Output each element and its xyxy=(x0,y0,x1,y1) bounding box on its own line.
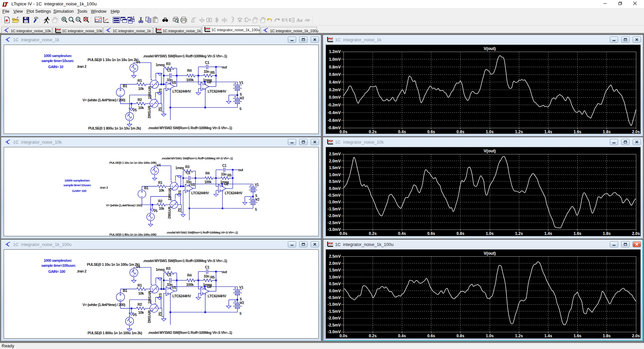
svg-text:V4: V4 xyxy=(157,163,161,167)
svg-text:MYSW1: MYSW1 xyxy=(148,86,152,99)
svg-text:Aa: Aa xyxy=(296,17,303,23)
svg-text:-2.5mV: -2.5mV xyxy=(328,323,341,328)
svg-text:5: 5 xyxy=(255,208,257,211)
svg-text:V= (white (1.4e6*time) / 200): V= (white (1.4e6*time) / 200) xyxy=(106,203,142,207)
svg-text:0.2s: 0.2s xyxy=(369,231,377,236)
svg-text:R1: R1 xyxy=(158,181,163,185)
svg-text:1meg: 1meg xyxy=(175,166,184,170)
svg-text:out: out xyxy=(238,168,244,172)
svg-text:LTC6244HV: LTC6244HV xyxy=(191,191,209,195)
svg-text:C2: C2 xyxy=(167,273,171,277)
svg-text:-0.4mV: -0.4mV xyxy=(328,110,341,115)
svg-text:B1: B1 xyxy=(123,84,127,88)
svg-text:1.6s: 1.6s xyxy=(574,231,582,236)
svg-text:10k: 10k xyxy=(159,207,164,210)
svg-text:R2: R2 xyxy=(158,199,163,203)
svg-text:out: out xyxy=(222,270,227,274)
svg-text:0.0mV: 0.0mV xyxy=(329,186,341,191)
svg-text:V5: V5 xyxy=(132,313,137,317)
svg-text:LTC6244HV: LTC6244HV xyxy=(172,294,191,298)
svg-text:1.0mV: 1.0mV xyxy=(329,172,341,177)
svg-text:1.2s: 1.2s xyxy=(515,130,523,134)
svg-text:S2: S2 xyxy=(177,208,181,212)
svg-text:PULSE(0 1 10u 1n 1n 10u 100u 2: PULSE(0 1 10u 1n 1n 10u 100u 20k) xyxy=(109,161,156,164)
svg-text:2.0s: 2.0s xyxy=(632,334,640,338)
svg-text:0.2s: 0.2s xyxy=(369,130,377,134)
svg-text:GAIN= 10: GAIN= 10 xyxy=(48,65,63,69)
svg-text:0.6s: 0.6s xyxy=(427,334,435,338)
svg-text:1.0s: 1.0s xyxy=(486,334,494,338)
svg-text:R4: R4 xyxy=(187,68,192,72)
svg-text:2.5mV: 2.5mV xyxy=(329,152,341,156)
svg-text:0.8s: 0.8s xyxy=(457,334,465,338)
svg-text:out: out xyxy=(222,65,227,69)
svg-text:0.8mV: 0.8mV xyxy=(329,65,341,69)
svg-text:V= (white (1.4e6*time) / 200): V= (white (1.4e6*time) / 200) xyxy=(83,303,125,307)
svg-text:-3.0mV: -3.0mV xyxy=(328,227,341,232)
svg-text:R2: R2 xyxy=(138,302,142,306)
svg-text:U2: U2 xyxy=(224,182,228,186)
svg-text:.model MYSW2 SW(Ron=1 Roff=100: .model MYSW2 SW(Ron=1 Roff=100Meg Vt=.5 … xyxy=(148,331,232,335)
svg-text:0.5mV: 0.5mV xyxy=(329,282,341,286)
svg-text:0.4s: 0.4s xyxy=(398,334,406,338)
svg-text:33n: 33n xyxy=(204,274,210,278)
svg-text:V5: V5 xyxy=(132,108,137,112)
svg-text:.model MYSW2 SW(Ron=1 Roff=100: .model MYSW2 SW(Ron=1 Roff=100Meg Vt=.5 … xyxy=(166,231,238,234)
svg-text:0.4s: 0.4s xyxy=(398,231,406,236)
svg-text:1.0s: 1.0s xyxy=(486,231,494,236)
svg-text:S1: S1 xyxy=(158,293,162,297)
svg-text:1.8s: 1.8s xyxy=(603,231,611,236)
svg-text:.tran 2: .tran 2 xyxy=(77,269,87,273)
svg-text:V(out): V(out) xyxy=(484,251,496,256)
svg-text:-1.0mV: -1.0mV xyxy=(328,200,341,204)
svg-text:S1: S1 xyxy=(178,190,181,194)
svg-text:1.8s: 1.8s xyxy=(603,130,611,134)
svg-text:MYSW1: MYSW1 xyxy=(168,188,171,200)
svg-text:-0.2mV: -0.2mV xyxy=(328,103,341,107)
svg-text:5: 5 xyxy=(255,194,257,198)
svg-text:33n: 33n xyxy=(221,172,226,176)
svg-text:0.8s: 0.8s xyxy=(457,130,465,134)
svg-text:1.5mV: 1.5mV xyxy=(329,165,341,170)
svg-text:sample time=10usec: sample time=10usec xyxy=(63,183,91,187)
svg-text:1000 samples/sec: 1000 samples/sec xyxy=(44,258,72,262)
svg-text:0.2s: 0.2s xyxy=(369,334,377,338)
svg-text:1.0s: 1.0s xyxy=(486,130,494,134)
svg-text:MYSW2: MYSW2 xyxy=(167,207,171,219)
svg-text:A: A xyxy=(208,18,210,22)
svg-text:V1: V1 xyxy=(239,285,244,289)
svg-text:R3: R3 xyxy=(185,165,190,169)
svg-text:10k: 10k xyxy=(138,291,144,295)
svg-text:0.4mV: 0.4mV xyxy=(329,80,341,85)
svg-text:PULSE(0 1 800u 1n 1n 100u 1m 2: PULSE(0 1 800u 1n 1n 100u 1m 2k) xyxy=(88,331,142,335)
svg-text:U2: U2 xyxy=(207,80,211,84)
svg-text:.model MYSW1 SW(Ron=1 Roff=100: .model MYSW1 SW(Ron=1 Roff=100Meg Vt=.5 … xyxy=(161,156,233,160)
svg-text:1000 samples/sec: 1000 samples/sec xyxy=(44,54,72,58)
svg-text:1meg: 1meg xyxy=(156,63,164,67)
svg-text:R4: R4 xyxy=(205,171,210,175)
svg-text:B1: B1 xyxy=(144,186,149,190)
svg-text:10k: 10k xyxy=(138,310,144,314)
svg-text:MYSW1: MYSW1 xyxy=(148,291,152,304)
svg-text:PULSE(0 1 800u 1n 1n 10u 1m 2k: PULSE(0 1 800u 1n 1n 10u 1m 2k) xyxy=(88,126,141,130)
svg-text:1.2mV: 1.2mV xyxy=(329,49,341,54)
svg-text:.model MYSW2 SW(Ron=1 Roff=100: .model MYSW2 SW(Ron=1 Roff=100Meg Vt=.5 … xyxy=(148,126,232,130)
svg-text:-1.0mV: -1.0mV xyxy=(328,302,341,307)
svg-text:MYSW2: MYSW2 xyxy=(147,310,151,323)
svg-text:2.0mV: 2.0mV xyxy=(329,261,341,266)
svg-text:100k: 100k xyxy=(186,78,194,82)
svg-text:E: E xyxy=(289,17,292,22)
svg-text:1.8s: 1.8s xyxy=(603,334,611,338)
svg-text:10k: 10k xyxy=(138,87,144,91)
svg-text:.tran 2: .tran 2 xyxy=(77,64,87,68)
svg-text:V1: V1 xyxy=(255,183,259,187)
svg-text:GAIN= 100: GAIN= 100 xyxy=(72,189,87,193)
svg-text:-2.5mV: -2.5mV xyxy=(328,220,341,225)
svg-text:2.0s: 2.0s xyxy=(632,130,640,134)
svg-text:.op: .op xyxy=(304,18,310,22)
svg-text:0.6s: 0.6s xyxy=(427,130,435,134)
svg-text:0.0mV: 0.0mV xyxy=(329,289,341,293)
svg-text:V(out): V(out) xyxy=(484,149,496,153)
svg-text:S2: S2 xyxy=(158,312,162,316)
svg-text:U1: U1 xyxy=(191,183,195,187)
